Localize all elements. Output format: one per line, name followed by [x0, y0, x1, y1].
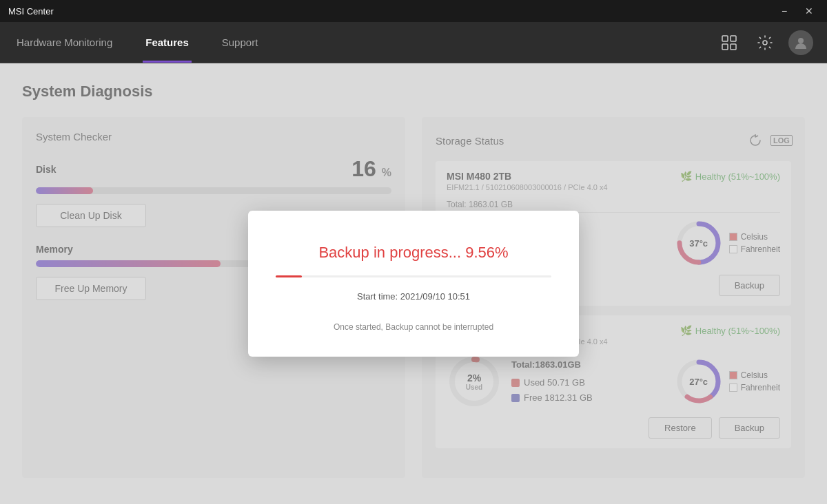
- title-bar: MSI Center − ✕: [0, 0, 827, 22]
- tab-features[interactable]: Features: [143, 22, 192, 63]
- svg-rect-0: [722, 36, 728, 41]
- content-area: System Diagnosis System Checker Disk 16 …: [0, 63, 827, 504]
- svg-point-5: [798, 38, 804, 43]
- nav-tabs: Hardware Monitoring Features Support: [14, 22, 261, 63]
- svg-rect-1: [731, 36, 736, 41]
- modal-progress-text: Backup in progress... 9.56%: [276, 244, 551, 262]
- tab-support[interactable]: Support: [219, 22, 261, 63]
- modal-progress-bar-bg: [276, 275, 551, 277]
- avatar[interactable]: [788, 30, 813, 55]
- title-bar-controls: − ✕: [775, 1, 819, 21]
- nav-right: [717, 30, 813, 55]
- settings-button[interactable]: [753, 30, 777, 55]
- svg-point-4: [763, 41, 767, 45]
- tab-hardware-monitoring[interactable]: Hardware Monitoring: [14, 22, 115, 63]
- backup-progress-modal: Backup in progress... 9.56% Start time: …: [248, 211, 579, 357]
- svg-rect-2: [722, 44, 728, 50]
- svg-rect-3: [731, 44, 736, 50]
- modal-start-time: Start time: 2021/09/10 10:51: [276, 291, 551, 302]
- nav-bar: Hardware Monitoring Features Support: [0, 22, 827, 63]
- grid-view-button[interactable]: [717, 30, 742, 55]
- title-bar-left: MSI Center: [8, 6, 54, 17]
- modal-progress-bar-fill: [276, 275, 302, 277]
- modal-overlay: Backup in progress... 9.56% Start time: …: [0, 63, 827, 504]
- minimize-button[interactable]: −: [775, 1, 794, 21]
- app-title: MSI Center: [8, 6, 54, 17]
- close-button[interactable]: ✕: [799, 1, 819, 21]
- main-area: Hardware Monitoring Features Support: [0, 22, 827, 504]
- modal-note: Once started, Backup cannot be interrupt…: [276, 322, 551, 332]
